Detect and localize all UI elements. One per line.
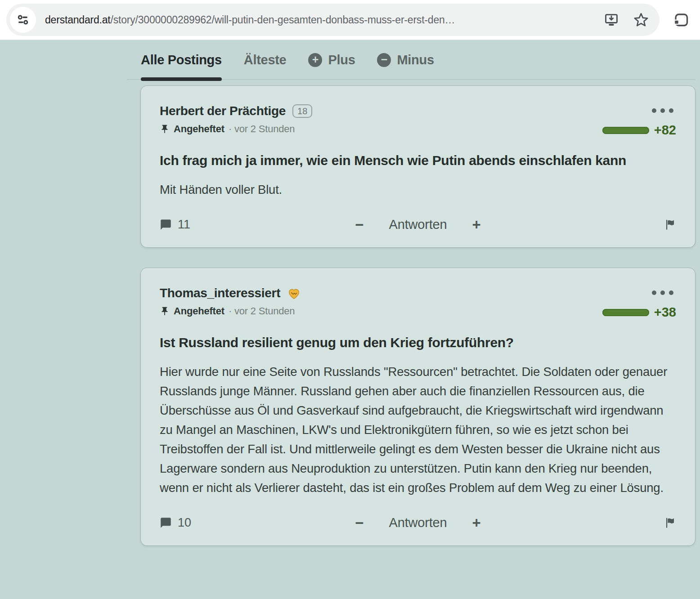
downvote-button[interactable]: −: [353, 217, 365, 232]
address-bar[interactable]: derstandard.at/story/3000000289962/will-…: [6, 4, 660, 36]
plus-circle-icon: +: [308, 53, 322, 67]
browser-chrome: derstandard.at/story/3000000289962/will-…: [0, 0, 700, 40]
bookmark-star-icon: [633, 12, 649, 28]
speech-bubble-icon: [160, 517, 172, 529]
post-card: Herbert der Prächtige 18 Angeheftet · vo…: [141, 86, 695, 247]
post-title[interactable]: Ist Russland resilient genug um den Krie…: [160, 335, 676, 350]
pinned-label: Angeheftet: [174, 123, 224, 135]
post-time: · vor 2 Stunden: [229, 123, 295, 135]
post-card: Thomas_interessiert Angeheftet · vo: [141, 268, 695, 545]
rating-value: +38: [654, 305, 676, 320]
antworten-button[interactable]: Antworten: [389, 217, 447, 232]
replies-button[interactable]: 11: [160, 218, 254, 232]
more-options-icon[interactable]: [652, 108, 673, 113]
bookmark-star-button[interactable]: [629, 8, 653, 32]
post-author[interactable]: Herbert der Prächtige: [160, 104, 286, 118]
minus-circle-icon: −: [377, 53, 391, 67]
flag-icon: [664, 517, 676, 529]
upvote-button[interactable]: +: [470, 515, 482, 530]
report-flag-button[interactable]: [582, 517, 676, 529]
tab-alle-postings[interactable]: Alle Postings: [141, 53, 222, 79]
url-text[interactable]: derstandard.at/story/3000000289962/will-…: [45, 14, 594, 26]
speech-bubble-icon: [160, 219, 172, 231]
tab-minus[interactable]: − Minus: [377, 53, 434, 79]
rating-bar: [602, 127, 649, 134]
side-panel-button[interactable]: [669, 8, 693, 31]
flag-icon: [664, 219, 676, 231]
tab-label: Minus: [397, 53, 434, 67]
antworten-button[interactable]: Antworten: [389, 515, 447, 530]
upvote-button[interactable]: +: [470, 217, 482, 232]
replies-count: 10: [178, 516, 191, 530]
url-path: /story/3000000289962/will-putin-den-gesa…: [111, 14, 455, 26]
side-panel-icon: [673, 12, 689, 28]
rating-value: +82: [654, 123, 676, 138]
author-badge: 18: [292, 104, 312, 118]
report-flag-button[interactable]: [582, 219, 676, 231]
pin-icon: [160, 124, 170, 134]
browser-window: derstandard.at/story/3000000289962/will-…: [0, 0, 700, 599]
post-author[interactable]: Thomas_interessiert: [160, 286, 280, 300]
url-domain: derstandard.at: [45, 14, 111, 26]
post-time: · vor 2 Stunden: [229, 305, 295, 317]
tab-plus[interactable]: + Plus: [308, 53, 355, 79]
supporter-heart-icon: [287, 286, 301, 300]
site-controls-icon: [15, 12, 31, 27]
forum-tabs: Alle Postings Älteste + Plus − Minus: [127, 40, 695, 80]
tab-label: Plus: [328, 53, 355, 67]
post-body: Hier wurde nur eine Seite von Russlands …: [160, 362, 676, 497]
replies-count: 11: [178, 218, 190, 232]
tab-label: Älteste: [244, 53, 287, 67]
downvote-button[interactable]: −: [353, 515, 365, 530]
rating-bar: [602, 309, 649, 316]
more-options-icon[interactable]: [652, 291, 673, 295]
forum-content: Alle Postings Älteste + Plus − Minus: [141, 40, 695, 545]
pin-icon: [160, 306, 170, 316]
install-app-icon: [604, 12, 619, 27]
page-background: Alle Postings Älteste + Plus − Minus: [0, 40, 700, 599]
tab-label: Alle Postings: [141, 53, 222, 67]
site-controls-button[interactable]: [10, 7, 36, 33]
install-app-button[interactable]: [599, 8, 624, 32]
pinned-label: Angeheftet: [174, 305, 224, 317]
tab-aelteste[interactable]: Älteste: [244, 53, 287, 79]
post-title[interactable]: Ich frag mich ja immer, wie ein Mensch w…: [160, 153, 676, 168]
post-body: Mit Händen voller Blut.: [160, 180, 676, 199]
replies-button[interactable]: 10: [160, 516, 254, 530]
